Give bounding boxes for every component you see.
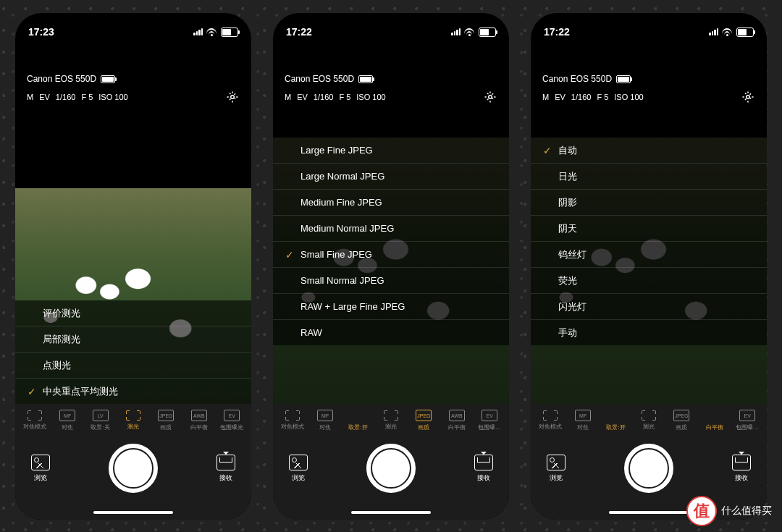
viewfinder[interactable]: ✓Large Fine JPEG✓Large Normal JPEG✓Mediu… [273,138,509,404]
browse-button[interactable]: 浏览 [289,455,308,483]
mode-button[interactable]: 对焦模式 [536,410,565,431]
option-row[interactable]: ✓RAW [273,319,509,345]
viewfinder[interactable]: ✓自动✓日光✓阴影✓阴天✓钨丝灯✓荧光✓闪光灯✓手动 [531,138,767,404]
option-row[interactable]: ✓阴影 [531,189,767,215]
viewfinder[interactable]: ✓评价测光✓局部测光✓点测光✓中央重点平均测光 [15,188,251,404]
home-indicator[interactable] [609,511,689,514]
option-label: 局部测光 [43,333,80,346]
option-row[interactable]: ✓日光 [531,163,767,189]
mode-button[interactable]: EV包围曝光 [217,410,246,431]
mode-button[interactable]: AWB白平衡 [700,410,729,431]
option-row[interactable]: ✓Large Normal JPEG [273,163,509,189]
option-label: Medium Fine JPEG [300,197,382,208]
shutter-button[interactable] [109,444,158,493]
option-label: Small Normal JPEG [300,275,384,286]
mode-label: 白平衡 [706,423,723,431]
mode-button[interactable]: EV包围曝… [475,410,504,431]
option-row[interactable]: ✓手动 [531,319,767,345]
browse-button[interactable]: 浏览 [31,455,50,483]
option-row[interactable]: ✓Medium Fine JPEG [273,189,509,215]
home-indicator[interactable] [351,511,431,514]
mode-button[interactable]: EV包围曝… [733,410,762,431]
mode-icon [285,410,300,421]
phones-row: 17:23 Canon EOS 550D M EV 1/160 F 5 ISO … [0,0,782,520]
mode-button[interactable]: LV取景:关 [86,410,115,431]
svg-point-2 [747,96,750,99]
mode-button[interactable]: LV取景:开 [602,410,631,431]
mode-icon: AWB [707,410,723,421]
mode-button[interactable]: 对焦模式 [20,410,49,431]
option-label: Medium Normal JPEG [300,223,394,234]
inbox-icon [216,455,235,470]
mode-button[interactable]: MF对焦 [311,410,340,431]
mode-bar: 对焦模式MF对焦LV取景:开测光JPEG画质AWB白平衡EV包围曝… [531,404,767,434]
mode-icon [384,410,398,421]
camera-header: Canon EOS 550D M EV 1/160 F 5 ISO 100 [15,46,251,109]
mode-button[interactable]: LV取景:开 [344,410,373,431]
option-row[interactable]: ✓荧光 [531,267,767,293]
mode-button[interactable]: AWB白平衡 [442,410,471,431]
mode-button[interactable]: JPEG画质 [151,410,180,431]
option-row[interactable]: ✓闪光灯 [531,293,767,319]
settings-gear-icon[interactable] [741,90,755,104]
camera-model: Canon EOS 550D [285,74,354,84]
signal-icon [193,28,203,35]
shutter-button[interactable] [366,444,416,493]
option-row[interactable]: ✓Medium Normal JPEG [273,215,509,241]
wifi-icon [722,28,733,36]
option-label: RAW [300,327,322,338]
option-row[interactable]: ✓点测光 [15,352,251,378]
option-row[interactable]: ✓中央重点平均测光 [15,378,251,404]
mode-icon: AWB [191,410,207,421]
svg-point-0 [231,96,235,99]
option-row[interactable]: ✓自动 [531,138,767,163]
option-row[interactable]: ✓RAW + Large Fine JPEG [273,293,509,319]
receive-button[interactable]: 接收 [216,455,235,483]
check-icon: ✓ [27,386,37,397]
mode-button[interactable]: JPEG画质 [409,410,438,431]
option-row[interactable]: ✓局部测光 [15,326,251,352]
option-row[interactable]: ✓阴天 [531,215,767,241]
battery-icon [221,28,238,37]
mode-label: 白平衡 [190,423,208,431]
mode-label: 包围曝… [478,423,501,431]
option-row[interactable]: ✓Small Normal JPEG [273,267,509,293]
camera-header: Canon EOS 550D M EV 1/160 F 5 ISO 100 [273,46,509,109]
wb-options: ✓自动✓日光✓阴影✓阴天✓钨丝灯✓荧光✓闪光灯✓手动 [531,138,767,345]
mode-icon: AWB [449,410,465,421]
mode-button[interactable]: 测光 [634,410,663,431]
check-icon: ✓ [285,249,295,261]
mode-button[interactable]: MF对焦 [568,410,597,431]
clock: 17:22 [544,26,570,38]
settings-gear-icon[interactable] [483,90,497,104]
option-row[interactable]: ✓钨丝灯 [531,241,767,267]
home-indicator[interactable] [93,511,173,514]
mode-button[interactable]: MF对焦 [53,410,82,431]
option-label: Small Fine JPEG [300,249,372,260]
option-label: 自动 [558,144,577,157]
mode-button[interactable]: 测光 [377,410,405,431]
camera-battery-icon [616,75,631,83]
mode-label: 取景:开 [606,423,625,431]
shutter-button[interactable] [624,444,673,493]
status-bar: 17:22 [273,13,509,46]
mode-button[interactable]: 对焦模式 [278,410,307,431]
mode-icon [126,410,140,421]
option-row[interactable]: ✓Small Fine JPEG [273,241,509,267]
mode-icon [28,410,42,421]
battery-icon [479,28,496,37]
mode-button[interactable]: AWB白平衡 [185,410,214,431]
receive-button[interactable]: 接收 [732,455,751,483]
receive-button[interactable]: 接收 [474,455,493,483]
mode-button[interactable]: 测光 [119,410,148,431]
mode-label: 包围曝光 [220,423,243,431]
camera-battery-icon [358,75,373,83]
settings-gear-icon[interactable] [225,90,240,104]
browse-button[interactable]: 浏览 [547,455,566,483]
camera-battery-icon [101,75,115,83]
option-row[interactable]: ✓评价测光 [15,300,251,326]
option-row[interactable]: ✓Large Fine JPEG [273,138,509,163]
exposure-info: M EV 1/160 F 5 ISO 100 [542,93,644,101]
mode-label: 取景:开 [348,423,367,431]
mode-button[interactable]: JPEG画质 [667,410,696,431]
